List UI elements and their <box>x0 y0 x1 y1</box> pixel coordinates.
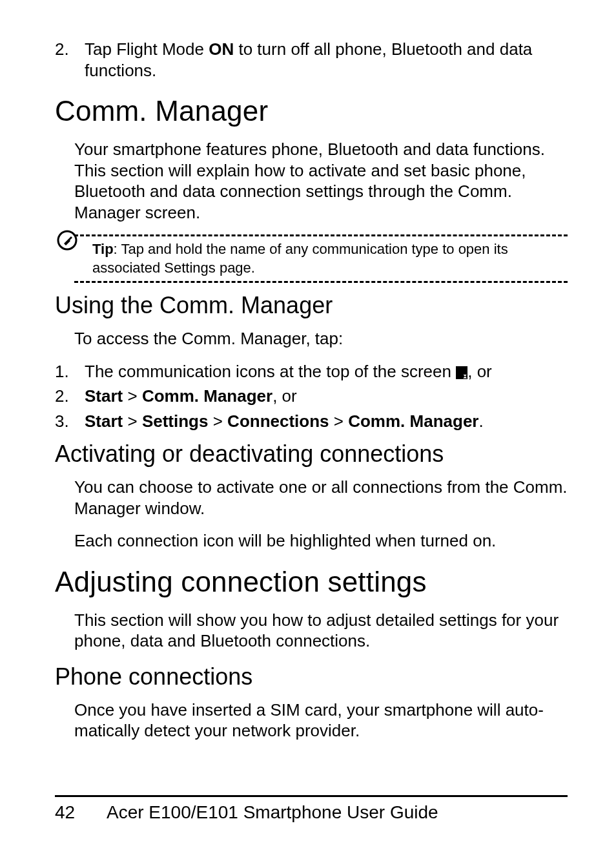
heading-comm-manager: Comm. Manager <box>55 95 568 127</box>
step-number: 3. <box>55 411 85 432</box>
phone-p: Once you have inserted a SIM card, your … <box>74 700 568 741</box>
sep: > <box>123 386 142 406</box>
tip-body: : Tap and hold the name of any communica… <box>92 241 508 276</box>
page-footer: 42 Acer E100/E101 Smartphone User Guide <box>55 795 568 823</box>
text: The communication icons at the top of th… <box>85 362 456 381</box>
tip-rule-top <box>74 234 568 236</box>
path-connections: Connections <box>227 411 329 431</box>
step-number: 2. <box>55 386 85 407</box>
heading-phone-connections: Phone connections <box>55 663 568 690</box>
path-comm-manager: Comm. Manager <box>142 386 272 406</box>
path-settings: Settings <box>142 411 209 431</box>
text: , or <box>272 386 297 406</box>
text: , or <box>467 362 492 381</box>
footer-title: Acer E100/E101 Smartphone User Guide <box>107 802 438 823</box>
access-step-3: 3. Start > Settings > Connections > Comm… <box>55 411 568 432</box>
heading-using-comm-manager: Using the Comm. Manager <box>55 292 568 319</box>
footer-line: 42 Acer E100/E101 Smartphone User Guide <box>55 802 568 823</box>
path-comm-manager: Comm. Manager <box>348 411 478 431</box>
step-number: 1. <box>55 361 85 382</box>
step-body: The communication icons at the top of th… <box>85 361 568 382</box>
sep: > <box>123 411 142 431</box>
flight-mode-on: ON <box>209 39 234 59</box>
step-body: Start > Settings > Connections > Comm. M… <box>85 411 568 432</box>
tip-box: Tip: Tap and hold the name of any commun… <box>74 234 568 283</box>
comm-manager-intro: Your smartphone features phone, Bluetoot… <box>74 139 568 223</box>
page-number: 42 <box>55 802 87 823</box>
step-text-pre: Tap Flight Mode <box>85 39 209 59</box>
activate-p1: You can choose to activate one or all co… <box>74 477 568 519</box>
activate-p2: Each connection icon will be highlighted… <box>74 530 568 552</box>
access-step-2: 2. Start > Comm. Manager, or <box>55 386 568 407</box>
path-start: Start <box>85 386 123 406</box>
sep: > <box>208 411 227 431</box>
path-start: Start <box>85 411 123 431</box>
text: . <box>478 411 483 431</box>
step-2: 2. Tap Flight Mode ON to turn off all ph… <box>55 39 568 81</box>
page: 2. Tap Flight Mode ON to turn off all ph… <box>0 0 616 850</box>
tip-text: Tip: Tap and hold the name of any commun… <box>92 240 568 277</box>
heading-activating-connections: Activating or deactivating connections <box>55 441 568 468</box>
heading-adjusting-settings: Adjusting connection settings <box>55 566 568 598</box>
step-number: 2. <box>55 39 85 81</box>
tip-label: Tip <box>92 241 114 257</box>
signal-icon <box>456 366 467 379</box>
step-body: Start > Comm. Manager, or <box>85 386 568 407</box>
step-body: Tap Flight Mode ON to turn off all phone… <box>85 39 568 81</box>
pin-icon <box>56 229 78 251</box>
adjust-p: This section will show you how to adjust… <box>74 610 568 652</box>
footer-rule <box>55 795 568 797</box>
tip-rule-bottom <box>74 281 568 283</box>
access-step-1: 1. The communication icons at the top of… <box>55 361 568 382</box>
access-intro: To access the Comm. Manager, tap: <box>74 328 568 349</box>
sep: > <box>329 411 349 431</box>
